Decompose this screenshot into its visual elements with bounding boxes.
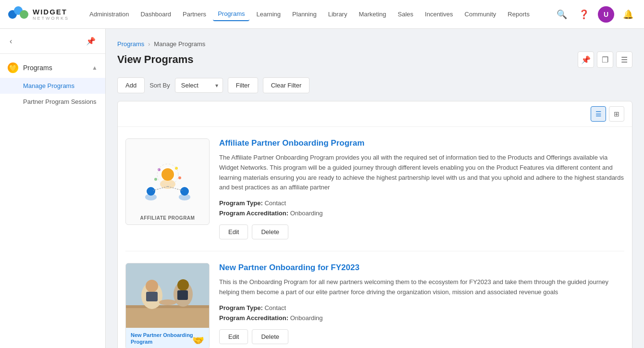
program-1-edit-button[interactable]: Edit bbox=[219, 224, 248, 239]
svg-rect-24 bbox=[177, 290, 188, 300]
nav-item-programs[interactable]: Programs bbox=[213, 7, 249, 21]
program-1-image: AFFILIATE PROGRAM bbox=[125, 138, 210, 225]
logo-text-block: WIDGET NETWORKS bbox=[33, 8, 69, 21]
nav-item-planning[interactable]: Planning bbox=[287, 8, 322, 21]
photo-placeholder bbox=[125, 263, 210, 327]
sidebar-section-header[interactable]: 💛 Programs ▲ bbox=[0, 58, 105, 78]
svg-point-25 bbox=[159, 299, 176, 305]
sidebar-pin-button[interactable]: 📌 bbox=[84, 35, 98, 48]
content-panel: ☰ ⊞ bbox=[117, 101, 632, 348]
program-1-actions: Edit Delete bbox=[219, 224, 624, 239]
sort-select-wrapper: Select bbox=[175, 78, 223, 93]
chevron-up-icon: ▲ bbox=[92, 64, 98, 71]
program-1-image-label: AFFILIATE PROGRAM bbox=[126, 215, 209, 221]
nav-icons: 🔍 ❓ U 🔔 bbox=[554, 6, 636, 23]
page-title: View Programs bbox=[117, 53, 194, 66]
breadcrumb-current: Manage Programs bbox=[154, 40, 205, 48]
program-2-delete-button[interactable]: Delete bbox=[252, 329, 288, 344]
grid-view-button[interactable]: ⊞ bbox=[609, 106, 624, 122]
svg-point-13 bbox=[154, 178, 157, 181]
nav-item-community[interactable]: Community bbox=[460, 8, 501, 21]
program-1-type: Program Type: Contact bbox=[219, 199, 624, 207]
svg-rect-17 bbox=[125, 306, 210, 327]
sidebar-header: ‹ 📌 bbox=[0, 29, 105, 54]
sidebar-sub-items: Manage Programs Partner Program Sessions bbox=[0, 78, 105, 110]
program-accreditation-value: Onboarding bbox=[290, 210, 323, 217]
svg-point-6 bbox=[145, 194, 157, 200]
list-view-icon: ☰ bbox=[595, 110, 602, 118]
expand-button[interactable]: ❐ bbox=[597, 51, 613, 68]
pin-icon: 📌 bbox=[86, 37, 96, 45]
program-1-info: Affiliate Partner Onboarding Program The… bbox=[219, 138, 624, 239]
program-item: AFFILIATE PROGRAM Affiliate Partner Onbo… bbox=[125, 127, 624, 251]
program-2-edit-button[interactable]: Edit bbox=[219, 329, 248, 344]
program-2-description: This is the Onboarding Program for all n… bbox=[219, 277, 624, 298]
logo-icon bbox=[8, 6, 29, 23]
app-body: ‹ 📌 💛 Programs ▲ Manage Programs Partner… bbox=[0, 29, 644, 348]
program-2-image: New Partner Onboarding Program 🤝 bbox=[125, 263, 210, 348]
program-2-type-label: Program Type: bbox=[219, 304, 263, 311]
svg-point-8 bbox=[179, 194, 190, 200]
program-2-type-value: Contact bbox=[264, 304, 286, 311]
svg-point-23 bbox=[177, 279, 189, 291]
bookmark-icon: 📌 bbox=[581, 55, 591, 64]
avatar[interactable]: U bbox=[598, 6, 614, 23]
program-1-delete-button[interactable]: Delete bbox=[252, 224, 288, 239]
logo-subtext: NETWORKS bbox=[33, 16, 69, 21]
breadcrumb-parent-link[interactable]: Programs bbox=[117, 40, 144, 48]
program-item: New Partner Onboarding Program 🤝 New Par… bbox=[125, 251, 624, 348]
sidebar-section-label: Programs bbox=[23, 64, 52, 72]
svg-point-2 bbox=[20, 10, 28, 19]
sidebar: ‹ 📌 💛 Programs ▲ Manage Programs Partner… bbox=[0, 29, 106, 348]
program-2-title[interactable]: New Partner Onboarding for FY2023 bbox=[219, 263, 624, 273]
svg-rect-18 bbox=[125, 305, 210, 308]
program-2-info: New Partner Onboarding for FY2023 This i… bbox=[219, 263, 624, 348]
main-nav: Administration Dashboard Partners Progra… bbox=[85, 7, 554, 21]
sidebar-section-icon: 💛 bbox=[8, 62, 18, 73]
breadcrumb: Programs › Manage Programs bbox=[117, 40, 632, 48]
search-button[interactable]: 🔍 bbox=[554, 6, 570, 23]
program-2-actions: Edit Delete bbox=[219, 329, 624, 344]
program-accreditation-label: Program Accreditation: bbox=[219, 210, 288, 217]
main-content: Programs › Manage Programs View Programs… bbox=[106, 29, 644, 348]
program-2-accreditation: Program Accreditation: Onboarding bbox=[219, 314, 624, 322]
nav-item-reports[interactable]: Reports bbox=[503, 8, 534, 21]
add-button[interactable]: Add bbox=[117, 77, 145, 93]
sidebar-section-title: 💛 Programs bbox=[8, 62, 52, 73]
sidebar-programs-section: 💛 Programs ▲ Manage Programs Partner Pro… bbox=[0, 54, 105, 113]
grid-view-icon: ⊞ bbox=[614, 110, 619, 118]
sidebar-item-partner-program-sessions[interactable]: Partner Program Sessions bbox=[0, 94, 105, 110]
clear-filter-button[interactable]: Clear Filter bbox=[263, 77, 310, 93]
sidebar-collapse-button[interactable]: ‹ bbox=[8, 35, 14, 48]
page-header-actions: 📌 ❐ ☰ bbox=[578, 51, 632, 68]
svg-point-14 bbox=[178, 176, 181, 179]
nav-item-dashboard[interactable]: Dashboard bbox=[136, 8, 176, 21]
nav-item-administration[interactable]: Administration bbox=[85, 8, 134, 21]
bell-icon: 🔔 bbox=[623, 9, 633, 20]
nav-item-sales[interactable]: Sales bbox=[393, 8, 419, 21]
nav-item-marketing[interactable]: Marketing bbox=[354, 8, 391, 21]
sidebar-item-manage-programs[interactable]: Manage Programs bbox=[0, 78, 105, 94]
svg-rect-21 bbox=[146, 292, 158, 301]
program-1-description: The Affiliate Partner Onboarding Program… bbox=[219, 153, 624, 193]
sort-select[interactable]: Select bbox=[175, 78, 223, 93]
expand-icon: ❐ bbox=[602, 55, 608, 64]
filter-button[interactable]: Filter bbox=[228, 77, 258, 93]
nav-item-library[interactable]: Library bbox=[323, 8, 352, 21]
notifications-button[interactable]: 🔔 bbox=[620, 6, 636, 23]
svg-point-3 bbox=[161, 168, 174, 181]
nav-item-partners[interactable]: Partners bbox=[178, 8, 211, 21]
program-list: AFFILIATE PROGRAM Affiliate Partner Onbo… bbox=[118, 127, 632, 348]
program-2-accreditation-value: Onboarding bbox=[290, 314, 323, 322]
help-button[interactable]: ❓ bbox=[576, 6, 592, 23]
list-view-button[interactable]: ☰ bbox=[591, 106, 606, 122]
handshake-icon: 🤝 bbox=[192, 335, 204, 346]
nav-item-learning[interactable]: Learning bbox=[251, 8, 285, 21]
breadcrumb-separator: › bbox=[148, 41, 150, 48]
panel-toolbar: ☰ ⊞ bbox=[118, 101, 632, 127]
bookmark-button[interactable]: 📌 bbox=[578, 51, 594, 68]
nav-item-incentives[interactable]: Incentives bbox=[420, 8, 458, 21]
menu-button[interactable]: ☰ bbox=[616, 51, 632, 68]
photo-svg bbox=[125, 263, 210, 327]
program-1-title[interactable]: Affiliate Partner Onboarding Program bbox=[219, 138, 624, 148]
